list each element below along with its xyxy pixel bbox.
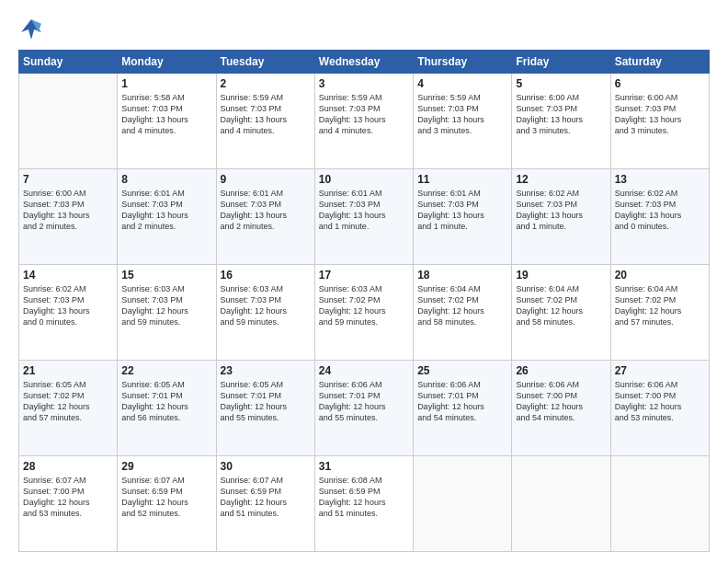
day-number: 14 bbox=[23, 269, 113, 282]
header-day-friday: Friday bbox=[512, 51, 610, 74]
cell-info: Sunrise: 6:06 AM Sunset: 7:01 PM Dayligh… bbox=[319, 379, 409, 424]
week-row-4: 21Sunrise: 6:05 AM Sunset: 7:02 PM Dayli… bbox=[19, 361, 710, 456]
cell-info: Sunrise: 6:04 AM Sunset: 7:02 PM Dayligh… bbox=[615, 283, 705, 328]
day-number: 21 bbox=[23, 364, 113, 377]
cell-info: Sunrise: 6:00 AM Sunset: 7:03 PM Dayligh… bbox=[23, 188, 113, 233]
week-row-5: 28Sunrise: 6:07 AM Sunset: 7:00 PM Dayli… bbox=[19, 456, 710, 552]
cell-info: Sunrise: 6:02 AM Sunset: 7:03 PM Dayligh… bbox=[516, 188, 606, 233]
week-row-3: 14Sunrise: 6:02 AM Sunset: 7:03 PM Dayli… bbox=[19, 265, 710, 361]
header-day-tuesday: Tuesday bbox=[216, 51, 314, 74]
cell-info: Sunrise: 6:03 AM Sunset: 7:03 PM Dayligh… bbox=[221, 283, 311, 328]
day-number: 19 bbox=[516, 269, 606, 282]
cell-info: Sunrise: 6:07 AM Sunset: 7:00 PM Dayligh… bbox=[23, 475, 113, 520]
cell-info: Sunrise: 6:00 AM Sunset: 7:03 PM Dayligh… bbox=[516, 92, 606, 137]
cell-info: Sunrise: 6:02 AM Sunset: 7:03 PM Dayligh… bbox=[23, 283, 113, 328]
day-number: 8 bbox=[121, 173, 211, 186]
cell-info: Sunrise: 5:59 AM Sunset: 7:03 PM Dayligh… bbox=[221, 92, 311, 137]
day-number: 20 bbox=[615, 269, 705, 282]
calendar-cell: 28Sunrise: 6:07 AM Sunset: 7:00 PM Dayli… bbox=[19, 456, 118, 552]
calendar-cell: 22Sunrise: 6:05 AM Sunset: 7:01 PM Dayli… bbox=[118, 361, 216, 456]
header-day-sunday: Sunday bbox=[19, 51, 118, 74]
cell-info: Sunrise: 6:01 AM Sunset: 7:03 PM Dayligh… bbox=[417, 188, 507, 233]
calendar-cell: 5Sunrise: 6:00 AM Sunset: 7:03 PM Daylig… bbox=[512, 74, 610, 169]
calendar-cell: 18Sunrise: 6:04 AM Sunset: 7:02 PM Dayli… bbox=[414, 265, 512, 361]
header-day-monday: Monday bbox=[118, 51, 216, 74]
day-number: 4 bbox=[417, 77, 507, 90]
day-number: 25 bbox=[417, 364, 507, 377]
calendar-cell: 30Sunrise: 6:07 AM Sunset: 6:59 PM Dayli… bbox=[216, 456, 314, 552]
calendar-cell: 19Sunrise: 6:04 AM Sunset: 7:02 PM Dayli… bbox=[512, 265, 610, 361]
day-number: 10 bbox=[319, 173, 409, 186]
cell-info: Sunrise: 6:08 AM Sunset: 6:59 PM Dayligh… bbox=[319, 475, 409, 520]
calendar-cell: 13Sunrise: 6:02 AM Sunset: 7:03 PM Dayli… bbox=[610, 169, 709, 265]
calendar-cell: 26Sunrise: 6:06 AM Sunset: 7:00 PM Dayli… bbox=[512, 361, 610, 456]
cell-info: Sunrise: 6:05 AM Sunset: 7:01 PM Dayligh… bbox=[221, 379, 311, 424]
day-number: 6 bbox=[615, 77, 705, 90]
calendar-cell: 31Sunrise: 6:08 AM Sunset: 6:59 PM Dayli… bbox=[314, 456, 413, 552]
day-number: 17 bbox=[319, 269, 409, 282]
cell-info: Sunrise: 5:58 AM Sunset: 7:03 PM Dayligh… bbox=[121, 92, 211, 137]
day-number: 13 bbox=[615, 173, 705, 186]
cell-info: Sunrise: 6:07 AM Sunset: 6:59 PM Dayligh… bbox=[121, 475, 211, 520]
calendar-cell bbox=[19, 74, 118, 169]
cell-info: Sunrise: 6:04 AM Sunset: 7:02 PM Dayligh… bbox=[417, 283, 507, 328]
calendar-cell: 27Sunrise: 6:06 AM Sunset: 7:00 PM Dayli… bbox=[610, 361, 709, 456]
day-number: 27 bbox=[615, 364, 705, 377]
day-number: 26 bbox=[516, 364, 606, 377]
day-number: 5 bbox=[516, 77, 606, 90]
calendar-cell: 7Sunrise: 6:00 AM Sunset: 7:03 PM Daylig… bbox=[19, 169, 118, 265]
logo-icon bbox=[18, 17, 44, 42]
cell-info: Sunrise: 6:05 AM Sunset: 7:01 PM Dayligh… bbox=[121, 379, 211, 424]
calendar-cell bbox=[512, 456, 610, 552]
day-number: 3 bbox=[319, 77, 409, 90]
day-number: 29 bbox=[121, 460, 211, 473]
logo bbox=[18, 17, 48, 42]
calendar-cell: 8Sunrise: 6:01 AM Sunset: 7:03 PM Daylig… bbox=[118, 169, 216, 265]
cell-info: Sunrise: 5:59 AM Sunset: 7:03 PM Dayligh… bbox=[319, 92, 409, 137]
header-day-wednesday: Wednesday bbox=[314, 51, 413, 74]
day-number: 22 bbox=[121, 364, 211, 377]
cell-info: Sunrise: 6:03 AM Sunset: 7:03 PM Dayligh… bbox=[121, 283, 211, 328]
day-number: 12 bbox=[516, 173, 606, 186]
calendar-cell: 4Sunrise: 5:59 AM Sunset: 7:03 PM Daylig… bbox=[414, 74, 512, 169]
header bbox=[18, 17, 710, 42]
calendar-header-row: SundayMondayTuesdayWednesdayThursdayFrid… bbox=[19, 51, 710, 74]
day-number: 1 bbox=[121, 77, 211, 90]
calendar-cell: 9Sunrise: 6:01 AM Sunset: 7:03 PM Daylig… bbox=[216, 169, 314, 265]
calendar-cell: 1Sunrise: 5:58 AM Sunset: 7:03 PM Daylig… bbox=[118, 74, 216, 169]
cell-info: Sunrise: 6:06 AM Sunset: 7:00 PM Dayligh… bbox=[615, 379, 705, 424]
cell-info: Sunrise: 6:01 AM Sunset: 7:03 PM Dayligh… bbox=[319, 188, 409, 233]
day-number: 30 bbox=[221, 460, 311, 473]
day-number: 2 bbox=[221, 77, 311, 90]
week-row-2: 7Sunrise: 6:00 AM Sunset: 7:03 PM Daylig… bbox=[19, 169, 710, 265]
cell-info: Sunrise: 6:04 AM Sunset: 7:02 PM Dayligh… bbox=[516, 283, 606, 328]
day-number: 23 bbox=[221, 364, 311, 377]
day-number: 24 bbox=[319, 364, 409, 377]
calendar-cell: 14Sunrise: 6:02 AM Sunset: 7:03 PM Dayli… bbox=[19, 265, 118, 361]
calendar-cell: 23Sunrise: 6:05 AM Sunset: 7:01 PM Dayli… bbox=[216, 361, 314, 456]
day-number: 9 bbox=[221, 173, 311, 186]
day-number: 16 bbox=[221, 269, 311, 282]
day-number: 15 bbox=[121, 269, 211, 282]
cell-info: Sunrise: 6:06 AM Sunset: 7:00 PM Dayligh… bbox=[516, 379, 606, 424]
calendar-cell bbox=[610, 456, 709, 552]
calendar-cell: 11Sunrise: 6:01 AM Sunset: 7:03 PM Dayli… bbox=[414, 169, 512, 265]
calendar-cell: 25Sunrise: 6:06 AM Sunset: 7:01 PM Dayli… bbox=[414, 361, 512, 456]
day-number: 11 bbox=[417, 173, 507, 186]
calendar-cell: 2Sunrise: 5:59 AM Sunset: 7:03 PM Daylig… bbox=[216, 74, 314, 169]
calendar-cell bbox=[414, 456, 512, 552]
day-number: 31 bbox=[319, 460, 409, 473]
header-day-saturday: Saturday bbox=[610, 51, 709, 74]
header-day-thursday: Thursday bbox=[414, 51, 512, 74]
cell-info: Sunrise: 6:00 AM Sunset: 7:03 PM Dayligh… bbox=[615, 92, 705, 137]
calendar-cell: 10Sunrise: 6:01 AM Sunset: 7:03 PM Dayli… bbox=[314, 169, 413, 265]
cell-info: Sunrise: 6:02 AM Sunset: 7:03 PM Dayligh… bbox=[615, 188, 705, 233]
calendar-cell: 24Sunrise: 6:06 AM Sunset: 7:01 PM Dayli… bbox=[314, 361, 413, 456]
calendar-cell: 3Sunrise: 5:59 AM Sunset: 7:03 PM Daylig… bbox=[314, 74, 413, 169]
cell-info: Sunrise: 6:07 AM Sunset: 6:59 PM Dayligh… bbox=[221, 475, 311, 520]
cell-info: Sunrise: 6:01 AM Sunset: 7:03 PM Dayligh… bbox=[221, 188, 311, 233]
cell-info: Sunrise: 6:06 AM Sunset: 7:01 PM Dayligh… bbox=[417, 379, 507, 424]
calendar-cell: 20Sunrise: 6:04 AM Sunset: 7:02 PM Dayli… bbox=[610, 265, 709, 361]
calendar-cell: 6Sunrise: 6:00 AM Sunset: 7:03 PM Daylig… bbox=[610, 74, 709, 169]
calendar-cell: 21Sunrise: 6:05 AM Sunset: 7:02 PM Dayli… bbox=[19, 361, 118, 456]
